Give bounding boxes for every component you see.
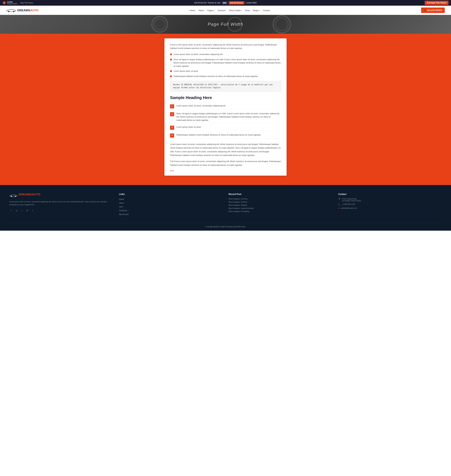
footer-col-contact: Contact 📍 1741 Laybird Road,Los Angles G…	[338, 193, 442, 217]
numbered-text-4: Pellentesque habitant morbi tristique se…	[176, 133, 261, 137]
logo-part1: DREAMS	[17, 9, 30, 12]
nav-about[interactable]: About	[199, 9, 204, 12]
phone-button[interactable]: 📞 012-478-787878	[421, 7, 445, 13]
top-bar-left: L LUZUK Themes Market Hide This Frame	[2, 1, 33, 5]
nav-pages[interactable]: Pages	[207, 9, 214, 12]
nav-blogs[interactable]: Blogs	[253, 9, 259, 12]
numbered-text-1: Lorem ipsum dolor sit amet, consectetur …	[176, 104, 225, 108]
list-item: 3 Lorem ipsum dolor sit amet	[170, 125, 281, 131]
footer-col-recent: Recent Post Block category: Common Block…	[229, 193, 332, 217]
email-icon: ✉	[338, 207, 340, 209]
footer-link-cart-anchor[interactable]: Cart	[119, 206, 123, 208]
footer-link-home-anchor[interactable]: Home	[119, 198, 124, 200]
svg-point-9	[11, 196, 12, 197]
nav-shortcodes[interactable]: Short Codes	[229, 9, 241, 12]
brand-sub: Themes Market	[7, 3, 17, 5]
recent-post-4[interactable]: Block category: Layout Elements	[229, 207, 332, 209]
svg-point-10	[15, 196, 16, 197]
phone-icon: 📞	[338, 203, 341, 206]
pinterest-icon[interactable]: p	[15, 209, 19, 212]
nav-shop[interactable]: Shop	[245, 9, 250, 12]
footer-link-checkout-anchor[interactable]: Checkout	[119, 209, 127, 212]
hero-title: Page Full Width	[208, 22, 243, 27]
svg-point-3	[13, 11, 14, 12]
numbered-list: 1 Lorem ipsum dolor sit amet, consectetu…	[170, 103, 281, 139]
bullet-dot	[170, 75, 172, 77]
bullet-dot	[170, 59, 172, 60]
nav-contact[interactable]: Contact	[263, 9, 270, 12]
brand-name: LUZUK	[7, 1, 17, 3]
list-item: 1 Lorem ipsum dolor sit amet, consectetu…	[170, 103, 281, 109]
footer-logo-part1: DREAMS	[19, 193, 32, 196]
bullet-dot	[170, 53, 172, 55]
contact-address: 📍 1741 Laybird Road,Los Angles Golet CA …	[338, 198, 442, 202]
nav-shortcodes-link[interactable]: Short Codes	[229, 9, 240, 12]
footer-link-myaccount[interactable]: My account	[119, 213, 222, 216]
edit-link[interactable]: Edit	[170, 170, 174, 172]
main-wrapper: Fusce Lorem ipsum dolor sit amet, consec…	[0, 34, 451, 185]
footer-logo-icon	[9, 194, 18, 197]
linkedin-icon[interactable]: in	[25, 209, 29, 212]
nav-about-link[interactable]: About	[199, 9, 204, 12]
body-text-2: Full Fusce Lorem ipsum dolor sit amet, c…	[170, 159, 281, 167]
footer-logo: DREAMSAUTO	[9, 193, 113, 198]
recent-post-2[interactable]: Block category: Embeds	[229, 201, 332, 203]
nav-blogs-link[interactable]: Blogs	[253, 9, 258, 12]
recent-post-1[interactable]: Block category: Common	[229, 198, 332, 200]
list-item: 2 Nunc vel ligula in augue tristique pel…	[170, 111, 281, 123]
luzuk-logo-icon: L	[2, 1, 6, 5]
nav-links: Home About Pages Services Short Codes Sh…	[190, 9, 270, 12]
get-all-themes-button[interactable]: Get All Themes	[229, 1, 244, 4]
nav-services[interactable]: Services	[218, 9, 226, 12]
nav-home-link[interactable]: Home	[190, 9, 195, 12]
content-card: Fusce Lorem ipsum dolor sit amet, consec…	[164, 38, 287, 176]
list-item: Pellentesque habitant morbi tristique se…	[170, 75, 281, 78]
list-item: Nunc vel ligula in augue tristique pelle…	[170, 58, 281, 68]
promo-text-pre: Get All Our 50+ Themes at Just	[194, 2, 220, 4]
footer-contact-title: Contact	[338, 193, 442, 195]
facebook-icon[interactable]: f	[9, 209, 13, 212]
footer-logo-text: DREAMSAUTO	[19, 193, 41, 196]
footer-grid: DREAMSAUTO Lorem ipsum dolor sit amet, c…	[9, 193, 442, 217]
logo-part2: AUTO	[30, 9, 38, 12]
footer-link-about-anchor[interactable]: About	[119, 202, 124, 204]
twitter-icon[interactable]: t	[31, 209, 34, 212]
nav-shop-link[interactable]: Shop	[245, 9, 250, 12]
purchase-button[interactable]: Purchase This Theme	[425, 1, 449, 5]
footer-link-home[interactable]: Home	[119, 198, 222, 200]
nav-services-link[interactable]: Services	[218, 9, 226, 12]
list-item: Lorem ipsum dolor sit amet, consectetur …	[170, 53, 281, 56]
numbered-text-2: Nunc vel ligula in augue tristique pelle…	[176, 112, 281, 122]
footer-link-about[interactable]: About	[119, 202, 222, 204]
logo-area: DREAMSAUTO	[6, 8, 38, 13]
footer-link-checkout[interactable]: Checkout	[119, 209, 222, 212]
num-badge-1: 1	[170, 104, 174, 108]
bullet-text-3: Lorem ipsum dolor sit amet	[174, 70, 198, 73]
recent-post-5[interactable]: Block category: Formatting	[229, 210, 332, 212]
svg-point-5	[154, 19, 165, 30]
footer-link-myaccount-anchor[interactable]: My account	[119, 213, 129, 216]
hide-frame-link[interactable]: Hide This Frame	[20, 2, 33, 4]
bullet-list: Lorem ipsum dolor sit amet, consectetur …	[170, 53, 281, 78]
address-icon: 📍	[338, 198, 341, 200]
footer-links-title: Links	[119, 193, 222, 195]
footer-link-cart[interactable]: Cart	[119, 205, 222, 208]
instagram-icon[interactable]: i	[20, 209, 24, 212]
top-bar-right: Purchase This Theme	[425, 1, 449, 5]
nav-home[interactable]: Home	[190, 9, 195, 12]
footer-links-list: Home About Cart Checkout My account	[119, 198, 222, 216]
promo-text-post: Limited Offer!	[246, 2, 257, 4]
svg-point-7	[276, 18, 288, 31]
contact-email-text: admin@domain.com	[341, 207, 357, 209]
list-item: Lorem ipsum dolor sit amet	[170, 70, 281, 73]
nav-contact-link[interactable]: Contact	[263, 9, 270, 12]
nav-pages-link[interactable]: Pages	[207, 9, 213, 12]
top-bar-promo: Get All Our 50+ Themes at Just $99 Get A…	[194, 1, 257, 4]
bullet-dot	[170, 70, 172, 72]
footer: DREAMSAUTO Lorem ipsum dolor sit amet, c…	[0, 185, 451, 231]
navbar: DREAMSAUTO Home About Pages Services Sho…	[0, 6, 451, 15]
top-bar: L LUZUK Themes Market Hide This Frame Ge…	[0, 0, 451, 6]
recent-post-3[interactable]: Block category: Widgets	[229, 204, 332, 206]
sample-heading: Sample Heading Here	[170, 95, 281, 100]
num-badge-4: 4	[170, 133, 174, 138]
